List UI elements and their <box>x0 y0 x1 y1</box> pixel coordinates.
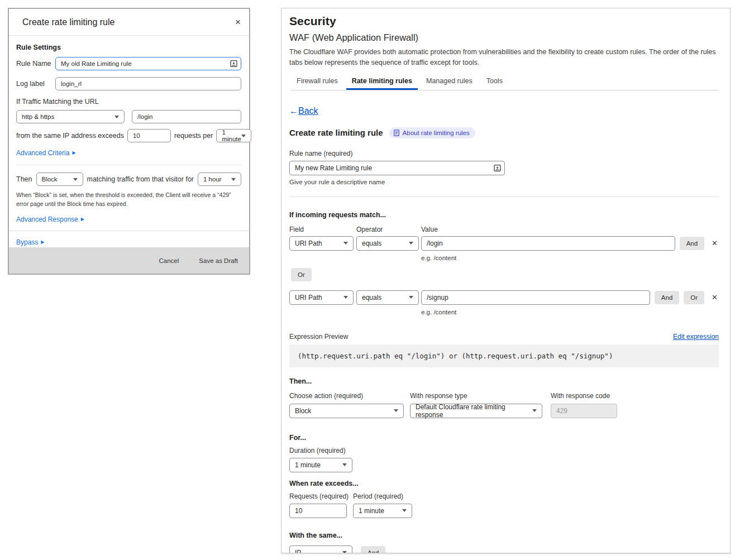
rule-name-label: Rule Name <box>16 60 55 68</box>
same-section-heading: With the same... <box>289 532 719 539</box>
and-button[interactable]: And <box>655 291 679 304</box>
chevron-down-icon <box>73 178 78 181</box>
value-hint: e.g. /content <box>421 255 719 261</box>
operator-select[interactable]: equals <box>356 236 419 251</box>
advanced-response-label: Advanced Response <box>16 216 78 223</box>
choose-action-value: Block <box>295 407 311 415</box>
url-match-row: http & https <box>16 110 241 123</box>
block-duration-select[interactable]: 1 hour <box>198 173 241 186</box>
chevron-down-icon <box>532 409 537 412</box>
tab-managed-rules[interactable]: Managed rules <box>421 77 478 90</box>
and-button[interactable]: And <box>680 237 704 250</box>
advanced-response-link[interactable]: Advanced Response ▶ <box>16 216 84 223</box>
requests-input[interactable] <box>289 504 347 518</box>
about-rate-limiting-badge[interactable]: About rate limiting rules <box>389 127 475 138</box>
block-note: When “Block” is set, when the threshold … <box>16 191 235 209</box>
chevron-down-icon <box>343 242 348 245</box>
value-input[interactable] <box>421 290 650 305</box>
operator-select-value: equals <box>362 294 381 301</box>
rule-settings-heading: Rule Settings <box>16 44 241 51</box>
advanced-criteria-link[interactable]: Advanced Criteria ▶ <box>16 149 76 157</box>
tab-firewall-rules[interactable]: Firewall rules <box>291 77 343 90</box>
operator-select-value: equals <box>362 240 381 247</box>
bypass-label: Bypass <box>16 238 38 246</box>
requests-label: Requests (required) <box>289 492 353 500</box>
choose-action-label: Choose action (required) <box>289 392 404 400</box>
waf-subtitle: WAF (Web Application Firewall) <box>289 32 719 43</box>
close-icon[interactable]: × <box>235 17 241 27</box>
response-code-input <box>551 404 617 418</box>
rule-name-label: Rule name (required) <box>289 150 719 157</box>
remove-row-icon[interactable]: ✕ <box>712 293 718 301</box>
disclosure-triangle-icon: ▶ <box>72 151 75 155</box>
divider <box>16 165 241 165</box>
autofill-icon <box>230 60 237 68</box>
log-label-input[interactable] <box>55 77 241 90</box>
or-button[interactable]: Or <box>684 291 704 304</box>
operator-select[interactable]: equals <box>356 290 419 305</box>
field-select[interactable]: URI Path <box>289 236 354 251</box>
log-label-label: Log label <box>16 80 55 88</box>
waf-tabs: Firewall rules Rate limiting rules Manag… <box>291 77 719 90</box>
cancel-button[interactable]: Cancel <box>159 257 179 264</box>
period-label: Period (required) <box>353 492 403 500</box>
matching-traffic-label: matching traffic from that visitor for <box>87 175 194 183</box>
chevron-down-icon <box>343 296 348 299</box>
threshold-prefix-label: from the same IP address exceeds <box>16 132 124 140</box>
url-input[interactable] <box>132 110 241 123</box>
choose-action-select[interactable]: Block <box>289 404 404 418</box>
threshold-period-select[interactable]: 1 minute <box>216 129 251 142</box>
chevron-down-icon <box>394 409 398 412</box>
requests-per-label: requests per <box>174 132 213 140</box>
rule-name-input[interactable] <box>289 161 505 175</box>
then-row: Then Block matching traffic from that vi… <box>16 173 241 186</box>
remove-row-icon[interactable]: ✕ <box>712 239 718 247</box>
rule-name-field-wrap <box>55 57 241 70</box>
bypass-link[interactable]: Bypass ▶ <box>16 238 45 246</box>
chevron-down-icon <box>114 116 119 118</box>
back-link[interactable]: ←Back <box>289 106 318 116</box>
save-as-draft-button[interactable]: Save as Draft <box>199 257 238 264</box>
create-rule-heading: Create rate limiting rule <box>289 128 383 137</box>
chevron-down-icon <box>409 296 413 299</box>
period-value: 1 minute <box>359 507 384 515</box>
advanced-criteria-label: Advanced Criteria <box>16 149 69 157</box>
for-section-heading: For... <box>289 434 719 442</box>
characteristic-select[interactable]: IP <box>289 545 352 553</box>
autofill-icon <box>494 164 501 171</box>
back-arrow-icon: ← <box>289 106 298 116</box>
response-type-label: With response type <box>410 392 542 400</box>
scheme-select[interactable]: http & https <box>16 110 125 123</box>
scheme-select-value: http & https <box>22 113 54 120</box>
match-row-1: URI Path equals And ✕ <box>289 236 719 251</box>
response-type-select[interactable]: Default Cloudflare rate limiting respons… <box>410 404 542 418</box>
threshold-input[interactable] <box>127 129 171 142</box>
value-input[interactable] <box>421 236 675 251</box>
action-select[interactable]: Block <box>36 173 83 186</box>
response-code-label: With response code <box>551 392 617 400</box>
field-select[interactable]: URI Path <box>289 290 354 305</box>
add-characteristic-and-button[interactable]: And <box>361 546 385 553</box>
then-section-heading: Then... <box>289 377 719 385</box>
duration-value: 1 minute <box>295 461 321 469</box>
divider <box>289 197 719 197</box>
or-connector-button[interactable]: Or <box>291 268 312 281</box>
dialog-title: Create rate limiting rule <box>22 17 114 27</box>
dialog-body: Rule Settings Rule Name Log label If Tra… <box>9 36 249 247</box>
traffic-matching-heading: If Traffic Matching the URL <box>16 98 241 106</box>
period-select[interactable]: 1 minute <box>353 504 412 518</box>
back-label: Back <box>298 106 318 116</box>
rule-name-input[interactable] <box>55 57 241 70</box>
chevron-down-icon <box>409 242 413 245</box>
edit-expression-link[interactable]: Edit expression <box>673 333 719 341</box>
duration-select[interactable]: 1 minute <box>289 458 352 472</box>
security-waf-panel: Security WAF (Web Application Firewall) … <box>281 8 731 553</box>
value-column-label: Value <box>421 226 719 233</box>
threshold-period-value: 1 minute <box>222 129 241 142</box>
chevron-down-icon <box>231 178 236 181</box>
log-label-row: Log label <box>16 77 241 90</box>
tab-tools[interactable]: Tools <box>481 77 508 90</box>
tab-rate-limiting-rules[interactable]: Rate limiting rules <box>346 77 418 90</box>
threshold-row: from the same IP address exceeds request… <box>16 129 241 142</box>
rule-name-helper: Give your rule a descriptive name <box>289 179 719 185</box>
